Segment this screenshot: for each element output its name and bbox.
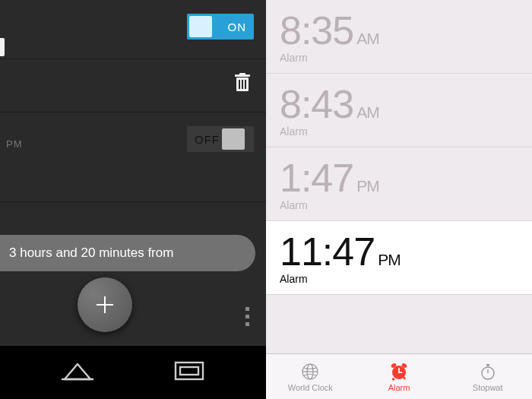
ios-alarm-time: 11:47PM — [280, 232, 518, 271]
tab-alarm[interactable]: Alarm — [355, 354, 444, 399]
add-alarm-button[interactable] — [78, 277, 132, 332]
svg-rect-4 — [242, 80, 243, 89]
ios-alarm-row[interactable]: 1:47PM Alarm — [266, 147, 532, 221]
alarm-expanded-actions — [0, 59, 266, 112]
toast-text: 3 hours and 20 minutes from — [9, 245, 173, 260]
ios-alarm-time: 8:43AM — [280, 84, 518, 124]
alarm-time-pm: PM — [6, 138, 23, 150]
ios-alarm-row[interactable]: 11:47PM Alarm — [266, 221, 532, 295]
ios-alarm-time: 8:35AM — [280, 11, 518, 50]
ios-alarm-list[interactable]: 8:35AM Alarm 8:43AM Alarm 1:47PM Alarm 1… — [266, 0, 532, 353]
overflow-menu-button[interactable] — [245, 307, 249, 326]
ios-alarm-time: 1:47PM — [280, 158, 518, 198]
tab-label: World Clock — [288, 383, 333, 392]
ios-alarm-label: Alarm — [280, 125, 518, 138]
ios-alarm-label: Alarm — [280, 52, 518, 64]
svg-rect-5 — [245, 80, 246, 89]
plus-icon — [93, 293, 116, 316]
ios-alarm-row[interactable]: 8:43AM Alarm — [266, 74, 532, 147]
toast-notification: 3 hours and 20 minutes from — [0, 235, 255, 271]
globe-icon — [300, 362, 320, 382]
svg-rect-2 — [239, 73, 245, 75]
nav-recent-icon[interactable] — [173, 359, 206, 385]
toggle-off-label: OFF — [187, 133, 220, 146]
alarm-label-sliver — [0, 38, 5, 56]
android-nav-bar — [0, 346, 266, 399]
svg-rect-3 — [239, 80, 240, 89]
stopwatch-icon — [478, 362, 498, 382]
alarm-toggle-on[interactable]: ON — [187, 14, 254, 40]
trash-icon[interactable] — [234, 73, 251, 96]
svg-rect-8 — [180, 367, 198, 375]
alarm-toggle-off[interactable]: OFF — [187, 126, 254, 152]
ios-alarm-row[interactable]: 8:35AM Alarm — [266, 0, 532, 74]
ios-clock-app: 8:35AM Alarm 8:43AM Alarm 1:47PM Alarm 1… — [266, 0, 532, 399]
nav-home-icon[interactable] — [60, 358, 95, 387]
svg-rect-14 — [398, 372, 402, 373]
tab-label: Alarm — [388, 383, 410, 392]
tab-label: Stopwat — [473, 383, 503, 392]
ios-alarm-label: Alarm — [280, 273, 518, 285]
tab-world-clock[interactable]: World Clock — [266, 354, 355, 399]
alarm-item-on[interactable]: ON — [0, 0, 266, 59]
toggle-on-label: ON — [228, 21, 255, 33]
alarm-item-off[interactable]: PM OFF — [0, 112, 266, 202]
alarm-clock-icon — [389, 362, 409, 382]
ios-alarm-label: Alarm — [280, 199, 518, 211]
toggle-knob — [222, 128, 245, 150]
android-clock-app: ON PM OFF 3 hours and 20 minutes from — [0, 0, 266, 399]
ios-tab-bar: World Clock Alarm — [266, 353, 532, 399]
tab-stopwatch[interactable]: Stopwat — [443, 354, 532, 399]
svg-rect-17 — [392, 378, 395, 381]
toggle-knob — [189, 16, 212, 37]
